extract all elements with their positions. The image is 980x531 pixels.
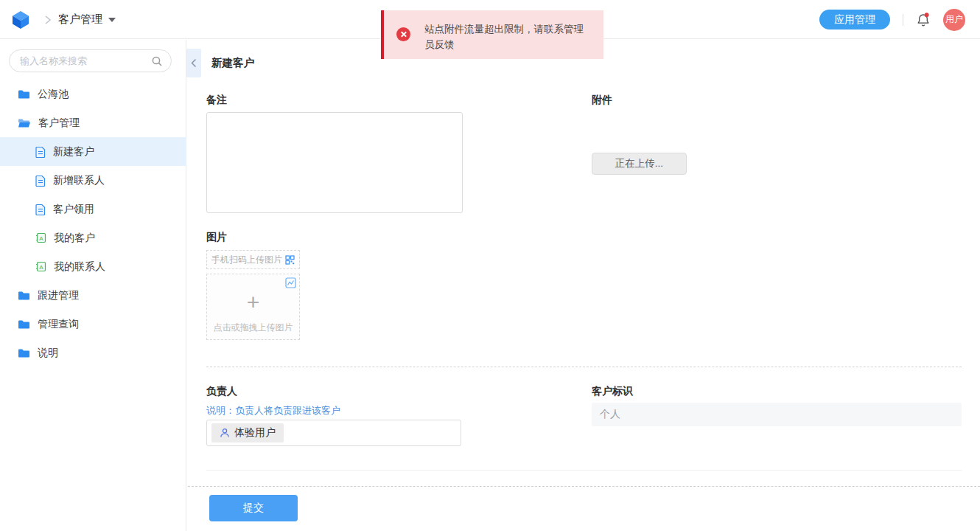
sidebar: 公海池 客户管理 新建客户	[0, 40, 186, 531]
breadcrumb[interactable]: 客户管理	[58, 13, 102, 27]
sidebar-item-label: 客户领用	[53, 203, 94, 216]
section-divider-dashed	[206, 367, 962, 367]
sidebar-item-kehulingyong[interactable]: 客户领用	[0, 195, 186, 223]
scan-upload-text: 手机扫码上传图片	[211, 254, 282, 266]
owner-tag[interactable]: 体验用户	[211, 423, 284, 442]
document-icon	[35, 146, 46, 158]
remark-label: 备注	[206, 94, 227, 107]
sidebar-item-label: 新建客户	[53, 145, 94, 159]
folder-icon	[18, 319, 30, 330]
error-toast: 站点附件流量超出限制，请联系管理员反馈	[381, 10, 603, 59]
customer-tag-field[interactable]: 个人	[592, 403, 962, 426]
drag-upload-text: 点击或拖拽上传图片	[207, 322, 299, 334]
sidebar-item-label: 公海池	[38, 88, 69, 101]
sidebar-item-label: 管理查询	[38, 318, 79, 331]
uploading-button[interactable]: 正在上传...	[592, 153, 687, 175]
owner-select-input[interactable]: 体验用户	[206, 420, 461, 446]
sidebar-item-label: 客户管理	[38, 117, 80, 130]
submit-button[interactable]: 提交	[209, 495, 298, 521]
sidebar-item-shuoming[interactable]: 说明	[0, 339, 186, 367]
sidebar-item-xinjiankehu[interactable]: 新建客户	[0, 137, 186, 166]
sidebar-item-wodelianxiren[interactable]: A 我的联系人	[0, 252, 186, 281]
breadcrumb-caret-down-icon[interactable]	[108, 18, 116, 22]
folder-open-icon	[18, 118, 31, 128]
sidebar-nav: 公海池 客户管理 新建客户	[0, 80, 186, 367]
scan-upload-box[interactable]: 手机扫码上传图片	[206, 250, 300, 269]
qr-code-icon	[285, 255, 295, 265]
svg-text:A: A	[39, 264, 43, 271]
sidebar-item-label: 新增联系人	[53, 174, 105, 187]
folder-icon	[18, 291, 30, 301]
folder-icon	[18, 348, 30, 358]
owner-hint: 说明：负责人将负责跟进该客户	[206, 404, 340, 417]
breadcrumb-chevron-icon	[43, 15, 52, 25]
form-bottom-divider	[206, 470, 962, 471]
sidebar-item-wodekehu[interactable]: A 我的客户	[0, 223, 186, 252]
toast-message: 站点附件流量超出限制，请联系管理员反馈	[424, 19, 593, 52]
image-paste-icon[interactable]	[285, 277, 296, 291]
submit-bar-divider	[188, 486, 980, 487]
contact-list-icon: A	[35, 261, 46, 272]
owner-label: 负责人	[206, 385, 237, 398]
sidebar-item-guanlichaxun[interactable]: 管理查询	[0, 310, 186, 339]
main-content: 新建客户 备注 附件 正在上传... 图片 手机扫码上传图片 + 点击或拖拽上传…	[186, 39, 980, 531]
topbar-left: 客户管理	[10, 0, 116, 39]
document-icon	[35, 175, 46, 187]
contact-list-icon: A	[35, 232, 46, 243]
back-chevron-icon	[190, 58, 197, 68]
sidebar-item-kehuguanli[interactable]: 客户管理	[0, 108, 186, 137]
back-button[interactable]	[186, 49, 201, 77]
sidebar-item-label: 我的联系人	[54, 260, 105, 274]
attachment-label: 附件	[592, 94, 612, 107]
sidebar-item-genjinguanli[interactable]: 跟进管理	[0, 281, 186, 310]
remark-textarea[interactable]	[206, 112, 463, 213]
image-upload-dropzone[interactable]: + 点击或拖拽上传图片	[206, 274, 300, 340]
app-logo-cube-icon[interactable]	[10, 10, 31, 30]
image-label: 图片	[206, 231, 227, 244]
topbar-right: 应用管理 用户	[819, 0, 965, 39]
document-icon	[35, 204, 46, 215]
search-input[interactable]	[20, 50, 145, 72]
svg-text:A: A	[39, 235, 43, 242]
sidebar-item-xinzenglianxiren[interactable]: 新增联系人	[0, 166, 186, 195]
owner-tag-label: 体验用户	[234, 426, 276, 440]
sidebar-item-label: 跟进管理	[38, 289, 79, 302]
sidebar-item-label: 说明	[38, 347, 58, 360]
customer-tag-label: 客户标识	[592, 385, 633, 398]
error-circle-icon	[396, 27, 410, 41]
sidebar-search-box	[9, 49, 172, 72]
topbar-divider	[903, 14, 903, 26]
sidebar-item-gonghaichi[interactable]: 公海池	[0, 80, 186, 108]
app-manage-button[interactable]: 应用管理	[819, 10, 890, 30]
user-avatar[interactable]: 用户	[943, 9, 965, 31]
notification-bell-icon[interactable]	[916, 12, 931, 28]
person-icon	[220, 428, 230, 438]
sidebar-item-label: 我的客户	[54, 232, 95, 245]
search-icon[interactable]	[151, 55, 163, 70]
folder-icon	[18, 89, 30, 100]
page-title: 新建客户	[211, 49, 254, 77]
